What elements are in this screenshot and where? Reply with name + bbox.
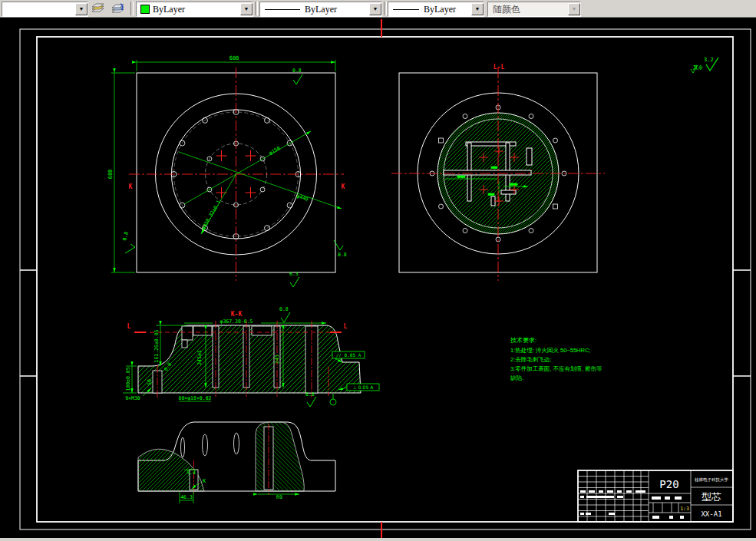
notes-line-3: 3:零件加工表面, 不应有划痕, 擦伤等 bbox=[510, 365, 602, 372]
lineweight-control-value: ByLayer bbox=[424, 4, 456, 15]
layer-control-combo[interactable]: ▼ bbox=[2, 2, 88, 17]
section-arrow-label-left: K bbox=[129, 183, 133, 190]
layer-dropdown-arrow-icon[interactable]: ▼ bbox=[75, 3, 87, 15]
plotstyle-dropdown-arrow-icon: ▼ bbox=[568, 3, 580, 15]
titleblock-grid-text-marks bbox=[580, 490, 684, 519]
linetype-control-value: ByLayer bbox=[305, 4, 337, 15]
plan-finish4: 6.3 bbox=[289, 271, 299, 277]
detail-dim-46: 46.3 bbox=[180, 494, 193, 500]
linetype-sample-icon bbox=[265, 9, 300, 10]
finish-value-label: 3.2 bbox=[704, 57, 714, 63]
tech-notes: 技术要求: 1:热处理: 淬火回火 50~55HRC; 2:去除毛刺飞边; 3:… bbox=[510, 337, 602, 381]
kk-tol-parallel: // 0.05 A bbox=[336, 352, 361, 358]
lineweight-sample-icon bbox=[393, 9, 419, 10]
kk-finish-bottom: 0.8 bbox=[305, 391, 315, 398]
kk-dim-100: 100±0.05 bbox=[125, 367, 131, 391]
current-color-swatch bbox=[140, 5, 150, 14]
section-ll-view[interactable]: L-L bbox=[391, 64, 605, 281]
color-dropdown-arrow-icon[interactable]: ▼ bbox=[240, 3, 253, 15]
kk-dim-holes: 80×φ18+0.02 bbox=[178, 395, 211, 401]
object-properties-toolbar: ▼ ByLayer ▼ ByLaye bbox=[0, 0, 756, 18]
section-ll-title: L-L bbox=[494, 64, 505, 71]
lineweight-control-combo[interactable]: ByLayer ▼ bbox=[388, 2, 484, 17]
plan-dimension-lines bbox=[111, 60, 342, 272]
section-kk-view[interactable]: K-K φ367.38-0.5 bbox=[123, 306, 379, 407]
model-space-canvas[interactable]: 其余 3.2 bbox=[0, 17, 756, 538]
toolbar-separator bbox=[255, 2, 258, 15]
plan-finish2: 0.8 bbox=[121, 231, 130, 241]
plan-dia440-dim: φ440 bbox=[295, 193, 309, 203]
general-finish-note: 其余 3.2 bbox=[691, 57, 718, 73]
make-object-layer-current-icon[interactable] bbox=[109, 1, 127, 16]
plan-finish3: 0.8 bbox=[338, 252, 347, 258]
cad-application-window: ▼ ByLayer ▼ ByLaye bbox=[0, 0, 756, 541]
section-arrow-label-right: K bbox=[342, 183, 345, 190]
linetype-control-combo[interactable]: ByLayer ▼ bbox=[259, 2, 382, 17]
plan-dia458-dim: φ458.32±0.1 bbox=[200, 200, 222, 231]
toolbar-separator bbox=[384, 2, 387, 15]
detail-rib-section bbox=[256, 422, 304, 491]
color-control-combo[interactable]: ByLayer ▼ bbox=[136, 2, 253, 17]
cutting-plane-label-right: L bbox=[344, 323, 348, 330]
detail-dim-54: 5.4 bbox=[187, 470, 196, 476]
notes-line-1: 1:热处理: 淬火回火 50~55HRC; bbox=[510, 347, 590, 354]
plan-view[interactable]: K K 680 688 φ150 φ440 φ458.32±0.1 0.8 bbox=[107, 55, 347, 287]
section-kk-title: K-K bbox=[231, 311, 243, 318]
kk-finish-top: 0.8 bbox=[279, 306, 289, 312]
kk-dim-245a: 245±1 bbox=[196, 350, 203, 365]
lineweight-dropdown-arrow-icon[interactable]: ▼ bbox=[471, 3, 484, 15]
plotstyle-control-combo: 随颜色 ▼ bbox=[487, 2, 581, 17]
plan-finish1: 0.8 bbox=[292, 68, 302, 74]
notes-line-4: 缺陷. bbox=[510, 374, 523, 381]
notes-line-2: 2:去除毛刺飞边; bbox=[510, 356, 551, 363]
cutting-plane-label-left: L bbox=[127, 323, 131, 330]
linetype-dropdown-arrow-icon[interactable]: ▼ bbox=[369, 3, 381, 15]
titleblock-scale: 1:3 bbox=[680, 506, 689, 512]
layer-manager-icon[interactable] bbox=[89, 1, 107, 16]
toolbar-separator bbox=[130, 2, 134, 15]
titleblock-drawing-no: XX-A1 bbox=[701, 510, 721, 518]
detail-label-k: K bbox=[203, 478, 206, 484]
kk-dim-245b: 245 bbox=[274, 355, 280, 364]
color-control-value: ByLayer bbox=[153, 4, 185, 15]
titleblock-part-name: 型芯 bbox=[702, 491, 721, 503]
kk-dim-boss: 50 bbox=[147, 379, 153, 385]
kk-dim-161: 161.26±0.05 bbox=[154, 329, 160, 362]
kk-dim-thread: 9×M30 bbox=[125, 395, 140, 401]
title-block: P20 桂林电子科技大学 型芯 XX-A1 1:3 bbox=[578, 470, 733, 522]
detail-holes bbox=[181, 433, 239, 457]
notes-title: 技术要求: bbox=[510, 337, 536, 344]
drawing-frame bbox=[20, 19, 751, 538]
kk-tol-perp: ⊥ 0.05 A bbox=[353, 384, 374, 390]
plan-width-dim: 680 bbox=[229, 55, 239, 61]
kk-diameter-dim: φ367.38-0.5 bbox=[220, 318, 253, 325]
ll-centerlines bbox=[391, 68, 605, 281]
plotstyle-control-value: 随颜色 bbox=[493, 3, 520, 16]
titleblock-material: P20 bbox=[659, 478, 678, 490]
detail-dim-r9: R9 bbox=[276, 494, 282, 500]
detail-view[interactable]: 46.3 5.4 K R9 bbox=[138, 422, 335, 503]
plan-dia150-dim: φ150 bbox=[268, 145, 282, 157]
titleblock-company: 桂林电子科技大学 bbox=[694, 477, 729, 483]
plan-height-dim: 688 bbox=[107, 170, 114, 180]
status-strip bbox=[0, 538, 756, 541]
